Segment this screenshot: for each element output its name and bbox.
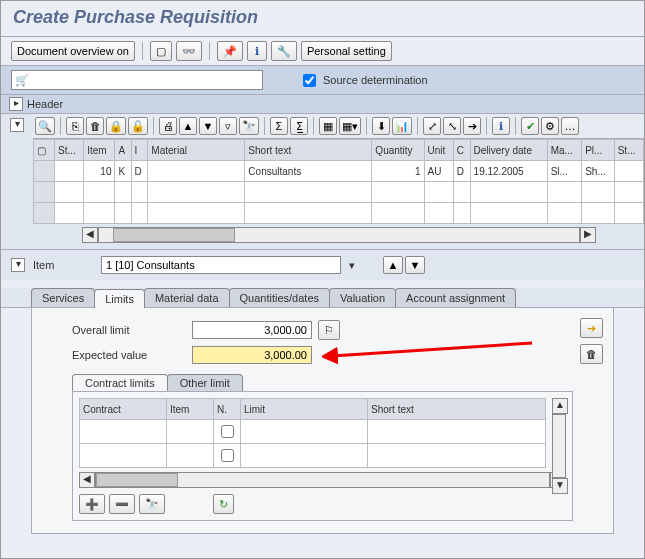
find-row-button[interactable]: 🔭 <box>139 494 165 514</box>
dropdown-icon[interactable]: ▾ <box>349 259 355 272</box>
goto-button[interactable]: ➔ <box>463 117 481 135</box>
col-short[interactable]: Short text <box>245 140 372 161</box>
scroll-up-icon[interactable]: ▲ <box>552 398 568 414</box>
unlock-button[interactable]: 🔓 <box>128 117 148 135</box>
subtotal-button[interactable]: Σ̲ <box>290 117 308 135</box>
prev-item-button[interactable]: ▲ <box>383 256 403 274</box>
next-item-button[interactable]: ▼ <box>405 256 425 274</box>
sum-button[interactable]: Σ <box>270 117 288 135</box>
col-material[interactable]: Material <box>148 140 245 161</box>
subgrid-vscroll[interactable]: ▲ ▼ <box>552 398 566 494</box>
expand-button[interactable]: ⤢ <box>423 117 441 135</box>
scroll-right-icon[interactable]: ▶ <box>580 227 596 243</box>
sub-col-item[interactable]: Item <box>167 399 214 420</box>
doc-type-input[interactable] <box>32 72 262 88</box>
subgrid-hscroll[interactable]: ◀ ▶ <box>79 472 566 488</box>
refresh-button[interactable]: ↻ <box>213 494 234 514</box>
details-button[interactable]: 🔍 <box>35 117 55 135</box>
overall-limit-input[interactable] <box>192 321 312 339</box>
info-icon-button[interactable]: ℹ <box>247 41 267 61</box>
scroll-left-icon[interactable]: ◀ <box>79 472 95 488</box>
col-pl[interactable]: Pl... <box>582 140 615 161</box>
document-overview-button[interactable]: Document overview on <box>11 41 135 61</box>
no-limit-check[interactable] <box>221 449 234 462</box>
delete-button[interactable]: 🗑 <box>86 117 104 135</box>
settings2-button[interactable]: ⚙ <box>541 117 559 135</box>
col-a[interactable]: A <box>115 140 131 161</box>
lock-button[interactable]: 🔒 <box>106 117 126 135</box>
table-row[interactable] <box>80 420 546 444</box>
vscroll-track[interactable] <box>552 414 566 478</box>
no-limit-check[interactable] <box>221 425 234 438</box>
find-button[interactable]: 🔭 <box>239 117 259 135</box>
info-icon: ℹ <box>499 120 503 133</box>
sub-col-short[interactable]: Short text <box>368 399 546 420</box>
layout-button[interactable]: ▦ <box>319 117 337 135</box>
col-qty[interactable]: Quantity <box>372 140 424 161</box>
grid-hscroll[interactable]: ◀ ▶ <box>33 224 644 249</box>
scroll-down-icon[interactable]: ▼ <box>552 478 568 494</box>
print-button[interactable]: 🖨 <box>159 117 177 135</box>
subtab-contract-limits[interactable]: Contract limits <box>72 374 168 391</box>
tab-material-data[interactable]: Material data <box>144 288 230 307</box>
display-icon-button[interactable]: 👓 <box>176 41 202 61</box>
col-i[interactable]: I <box>131 140 148 161</box>
copy-button[interactable]: ⎘ <box>66 117 84 135</box>
col-item[interactable]: Item <box>84 140 115 161</box>
table-row[interactable]: 10 K D Consultants 1 AU D 19.12.2005 Sl.… <box>34 161 644 182</box>
filter-button[interactable]: ▿ <box>219 117 237 135</box>
personal-setting-button[interactable]: Personal setting <box>301 41 392 61</box>
table-row[interactable] <box>34 182 644 203</box>
create-icon-button[interactable]: ▢ <box>150 41 172 61</box>
tab-quantities-dates[interactable]: Quantities/dates <box>229 288 331 307</box>
table-row[interactable] <box>80 444 546 468</box>
tab-account-assignment[interactable]: Account assignment <box>395 288 516 307</box>
subtab-other-limit[interactable]: Other limit <box>167 374 243 391</box>
hscroll-thumb[interactable] <box>96 473 178 487</box>
check-button[interactable]: ✔ <box>521 117 539 135</box>
tab-services[interactable]: Services <box>31 288 95 307</box>
insert-row-button[interactable]: ➕ <box>79 494 105 514</box>
item-detail-collapse-icon[interactable]: ▾ <box>11 258 25 272</box>
doc-type-selector[interactable]: 🛒 <box>11 70 263 90</box>
col-c[interactable]: C <box>453 140 470 161</box>
info2-button[interactable]: ℹ <box>492 117 510 135</box>
col-unit[interactable]: Unit <box>424 140 453 161</box>
delete-row-button[interactable]: ➖ <box>109 494 135 514</box>
export-button[interactable]: ⬇ <box>372 117 390 135</box>
header-collapse-icon[interactable]: ▸ <box>9 97 23 111</box>
col-st[interactable]: St... <box>55 140 84 161</box>
hscroll-track[interactable] <box>95 472 550 488</box>
sub-col-limit[interactable]: Limit <box>241 399 368 420</box>
scroll-left-icon[interactable]: ◀ <box>82 227 98 243</box>
source-determination-input[interactable] <box>303 74 316 87</box>
hold-icon-button[interactable]: 📌 <box>217 41 243 61</box>
delete-limit-button[interactable]: 🗑 <box>580 344 603 364</box>
sub-col-n[interactable]: N. <box>214 399 241 420</box>
item-collapse-icon[interactable]: ▾ <box>10 118 24 132</box>
sort-asc-button[interactable]: ▲ <box>179 117 197 135</box>
col-ddate[interactable]: Delivery date <box>470 140 547 161</box>
col-ma[interactable]: Ma... <box>547 140 581 161</box>
collapse-button[interactable]: ⤡ <box>443 117 461 135</box>
tab-valuation[interactable]: Valuation <box>329 288 396 307</box>
select-layout-button[interactable]: ▦▾ <box>339 117 361 135</box>
tab-limits[interactable]: Limits <box>94 289 145 308</box>
row-selector[interactable] <box>34 161 55 182</box>
scroll-thumb[interactable] <box>113 228 235 242</box>
no-limit-button[interactable]: ⚐ <box>318 320 340 340</box>
settings-icon-button[interactable]: 🔧 <box>271 41 297 61</box>
source-determination-checkbox[interactable]: Source determination <box>299 71 428 90</box>
more-button[interactable]: … <box>561 117 579 135</box>
scroll-track[interactable] <box>98 227 580 243</box>
sort-desc-button[interactable]: ▼ <box>199 117 217 135</box>
item-dropdown[interactable] <box>101 256 341 274</box>
item-grid[interactable]: ▢ St... Item A I Material Short text Qua… <box>33 139 644 224</box>
next-screen-button[interactable]: ➔ <box>580 318 603 338</box>
expected-value-input[interactable] <box>192 346 312 364</box>
contract-limits-grid[interactable]: Contract Item N. Limit Short text <box>79 398 546 468</box>
col-st2[interactable]: St... <box>614 140 643 161</box>
chart-button[interactable]: 📊 <box>392 117 412 135</box>
sub-col-contract[interactable]: Contract <box>80 399 167 420</box>
table-row[interactable] <box>34 203 644 224</box>
